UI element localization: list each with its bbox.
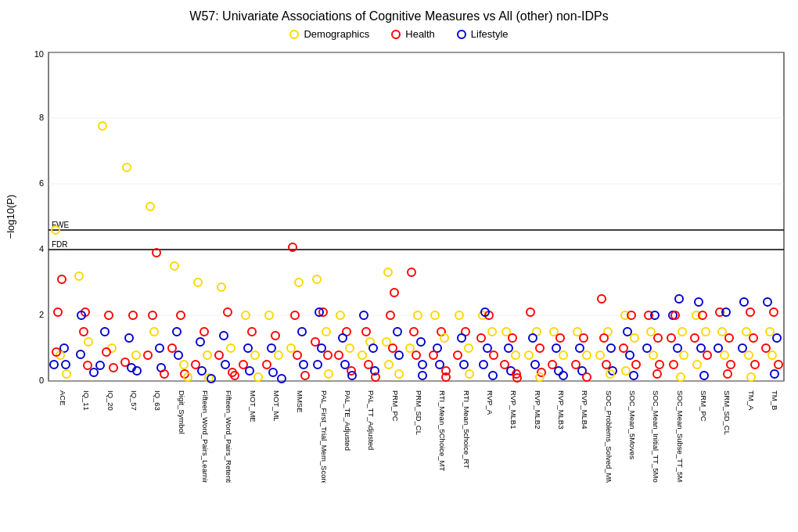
chart-container: W57: Univariate Associations of Cognitiv… xyxy=(0,0,798,532)
chart-title: W57: Univariate Associations of Cognitiv… xyxy=(0,0,798,28)
xlabel-iq20: IQ_20 xyxy=(106,390,115,411)
xlabel-tmb: TM_B xyxy=(771,390,779,410)
legend-circle-demographics xyxy=(289,30,299,39)
xlabel-prmpc: PRM_PC xyxy=(391,390,400,422)
xlabel-pal3: PAL_TT_Adjusted xyxy=(367,390,376,450)
xlabel-pal1: PAL_First_Trial_Mem_Score xyxy=(320,390,329,483)
svg-text:4: 4 xyxy=(39,244,44,253)
yaxis-label: −log10(P) xyxy=(5,195,16,239)
legend-item-health: Health xyxy=(391,28,435,40)
xlabel-soc1: SOC_Problems_Solved_MM xyxy=(605,390,613,483)
xlabel-mmse: MMSE xyxy=(296,390,304,413)
xlabel-soc3: SOC_Mean_Initial_TT_5Moves xyxy=(652,390,660,483)
legend-label-lifestyle: Lifestyle xyxy=(471,28,509,40)
fwe-label: FWE xyxy=(52,221,70,229)
xlabel-iq63: IQ_63 xyxy=(153,390,162,411)
svg-text:6: 6 xyxy=(39,178,44,188)
scatter-plot: −log10(P) 0 2 4 6 8 10 FWE FDR ACE xyxy=(0,45,798,483)
xlabel-motme: MOT_ME xyxy=(249,390,257,422)
xlabel-iq57: IQ_57 xyxy=(130,390,138,411)
legend-circle-lifestyle xyxy=(457,30,466,39)
fdr-label: FDR xyxy=(52,240,68,249)
xlabel-soc4: SOC_Mean_Subse_TT_5Moves xyxy=(676,390,685,483)
xlabel-rvp1: RVP_MLB1 xyxy=(509,390,518,429)
xlabel-prmsd: PRM_SD_CL xyxy=(415,390,423,435)
xlabel-rvp4: RVP_MLB4 xyxy=(581,390,589,429)
xlabel-pal2: PAL_TE_Adjusted xyxy=(343,390,352,451)
xlabel-fwpr: Fifteen_Word_Pairs_Retention xyxy=(225,390,233,483)
xlabel-digit: Digit_Symbol xyxy=(178,390,186,434)
xlabel-fwpl: Fifteen_Word_Pairs_Learning xyxy=(201,390,210,483)
legend-circle-health xyxy=(391,30,401,39)
svg-text:8: 8 xyxy=(39,113,44,122)
xlabel-srmpc: SRM_PC xyxy=(699,390,708,422)
xlabel-rti2: RTI_Mean_5choice_RT xyxy=(462,390,471,469)
svg-text:0: 0 xyxy=(39,376,44,385)
svg-text:2: 2 xyxy=(39,310,44,319)
svg-text:10: 10 xyxy=(34,49,44,59)
legend: Demographics Health Lifestyle xyxy=(0,28,798,40)
legend-label-health: Health xyxy=(405,28,435,40)
xlabel-rvpa: RVP_A xyxy=(486,390,494,415)
legend-label-demographics: Demographics xyxy=(304,28,369,40)
legend-item-lifestyle: Lifestyle xyxy=(457,28,509,40)
xlabel-soc2: SOC_Mean_5Moves xyxy=(628,390,637,459)
xlabel-rti1: RTI_Mean_5Choice_MT xyxy=(438,390,447,472)
xlabel-srmsd: SRM_SD_CL xyxy=(723,390,732,435)
xlabel-motml: MOT_ML xyxy=(272,390,281,422)
xlabel-iq11: IQ_11 xyxy=(82,390,91,411)
xlabel-rvp2: RVP_MLB2 xyxy=(534,390,542,429)
xlabel-ace: ACE xyxy=(59,390,67,406)
legend-item-demographics: Demographics xyxy=(289,28,369,40)
xlabel-rvp3: RVP_MLB3 xyxy=(557,390,566,429)
xlabel-tma: TM_A xyxy=(747,390,756,411)
